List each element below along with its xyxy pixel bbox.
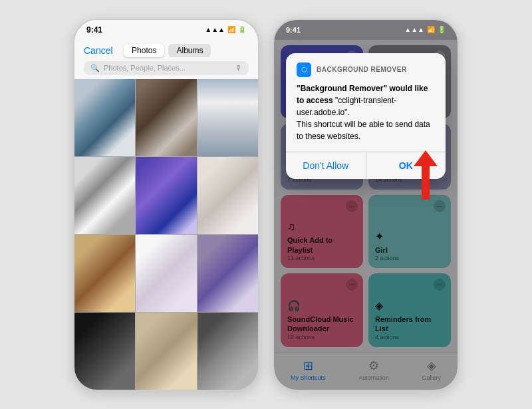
photo-cell-12[interactable] <box>198 313 258 390</box>
right-wifi-icon: 📶 <box>427 26 435 33</box>
dialog-message: "Background Remover" would like to acces… <box>286 82 446 152</box>
photo-grid <box>74 79 258 390</box>
screenshot-container: 9:41 ▲▲▲ 📶 🔋 Cancel Photos Albums 🔍 Phot… <box>60 5 472 404</box>
right-battery-icon: 🔋 <box>438 26 446 33</box>
right-status-bar: 9:41 ▲▲▲ 📶 🔋 <box>274 20 458 40</box>
tab-albums[interactable]: Albums <box>168 44 211 57</box>
battery-icon: 🔋 <box>238 26 246 33</box>
photo-cell-7[interactable] <box>74 235 135 312</box>
photo-cell-10[interactable] <box>74 313 135 390</box>
left-nav-top: Cancel Photos Albums <box>84 44 249 57</box>
dialog-app-name: BACKGROUND REMOVER <box>317 66 407 73</box>
arrow-shaft <box>422 166 430 200</box>
wifi-icon: 📶 <box>227 26 235 33</box>
dialog-overlay: ⬡ BACKGROUND REMOVER "Background Remover… <box>274 40 458 390</box>
photo-cell-4[interactable] <box>74 157 135 234</box>
dialog-header: ⬡ BACKGROUND REMOVER <box>286 53 446 82</box>
right-status-icons: ▲▲▲ 📶 🔋 <box>404 26 446 33</box>
tab-photos[interactable]: Photos <box>124 44 164 57</box>
left-status-icons: ▲▲▲ 📶 🔋 <box>205 26 246 33</box>
search-bar[interactable]: 🔍 Photos, People, Places... 🎙 <box>84 61 249 75</box>
photo-cell-2[interactable] <box>136 79 196 156</box>
right-time: 9:41 <box>286 26 301 34</box>
search-icon: 🔍 <box>90 64 100 72</box>
nav-tabs: Photos Albums <box>124 44 211 57</box>
left-nav: Cancel Photos Albums 🔍 Photos, People, P… <box>74 40 258 79</box>
search-placeholder: Photos, People, Places... <box>104 64 186 72</box>
photo-cell-11[interactable] <box>136 313 196 390</box>
app-icon-glyph: ⬡ <box>301 66 307 73</box>
left-time: 9:41 <box>86 25 102 35</box>
signal-icon: ▲▲▲ <box>205 26 225 33</box>
ok-arrow-indicator <box>414 152 438 200</box>
left-phone: 9:41 ▲▲▲ 📶 🔋 Cancel Photos Albums 🔍 Phot… <box>73 19 259 391</box>
photo-cell-9[interactable] <box>198 235 258 312</box>
cancel-button[interactable]: Cancel <box>84 45 113 56</box>
photo-cell-5[interactable] <box>136 157 196 234</box>
dialog-message-line3: This shortcut will be able to send data … <box>297 120 430 141</box>
photo-cell-8[interactable] <box>136 235 196 312</box>
arrow-head <box>414 150 438 166</box>
photo-cell-6[interactable] <box>198 157 258 234</box>
photo-cell-1[interactable] <box>74 79 135 156</box>
photo-cell-3[interactable] <box>198 79 258 156</box>
dialog-app-icon: ⬡ <box>297 63 311 77</box>
mic-icon: 🎙 <box>235 64 242 72</box>
right-signal-icon: ▲▲▲ <box>404 26 424 33</box>
dont-allow-button[interactable]: Don't Allow <box>286 152 366 179</box>
right-phone: 9:41 ▲▲▲ 📶 🔋 ··· ⧫ Background Remover 25… <box>273 19 459 391</box>
left-status-bar: 9:41 ▲▲▲ 📶 🔋 <box>74 20 258 40</box>
